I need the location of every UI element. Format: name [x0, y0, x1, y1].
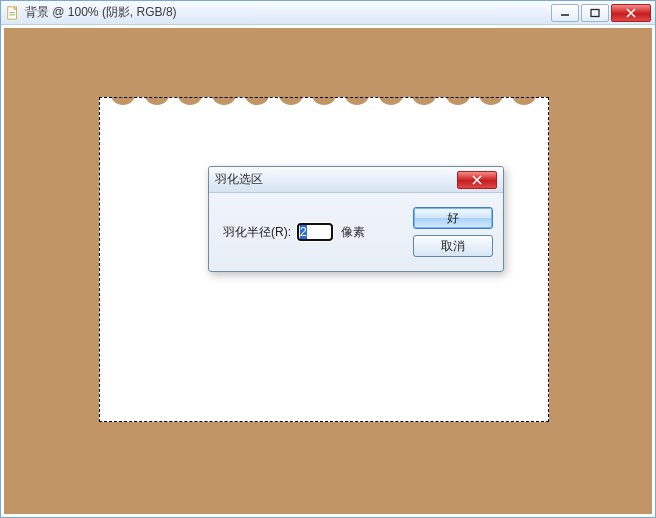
- close-button[interactable]: [611, 4, 651, 22]
- hole-icon: [177, 79, 203, 105]
- hole-icon: [445, 79, 471, 105]
- hole-icon: [144, 79, 170, 105]
- document-icon: [5, 5, 21, 21]
- svg-rect-4: [591, 9, 599, 16]
- hole-icon: [344, 79, 370, 105]
- dialog-close-button[interactable]: [457, 171, 497, 189]
- radius-label: 羽化半径(R):: [223, 224, 291, 241]
- hole-icon: [278, 79, 304, 105]
- maximize-button[interactable]: [581, 4, 609, 22]
- dialog-body: 羽化半径(R): 像素 好 取消: [209, 193, 503, 271]
- hole-icon: [211, 79, 237, 105]
- dialog-titlebar[interactable]: 羽化选区: [209, 167, 503, 193]
- pixel-label: 像素: [341, 224, 365, 241]
- hole-icon: [110, 79, 136, 105]
- app-window: 背景 @ 100% (阴影, RGB/8): [0, 0, 656, 518]
- svg-rect-1: [10, 12, 15, 13]
- hole-icon: [511, 79, 537, 105]
- hole-icon: [244, 79, 270, 105]
- hole-icon: [411, 79, 437, 105]
- hole-icon: [478, 79, 504, 105]
- radius-input[interactable]: [297, 223, 333, 241]
- cancel-button[interactable]: 取消: [413, 235, 493, 257]
- minimize-button[interactable]: [551, 4, 579, 22]
- window-title: 背景 @ 100% (阴影, RGB/8): [25, 4, 177, 21]
- hole-icon: [378, 79, 404, 105]
- ok-button[interactable]: 好: [413, 207, 493, 229]
- hole-icon: [311, 79, 337, 105]
- paper-holes: [99, 79, 549, 115]
- client-area: 羽化选区 羽化半径(R): 像素 好 取消: [2, 26, 654, 516]
- dialog-buttons: 好 取消: [413, 207, 493, 257]
- titlebar: 背景 @ 100% (阴影, RGB/8): [1, 1, 655, 25]
- dialog-title: 羽化选区: [215, 171, 263, 188]
- window-controls: [551, 4, 651, 22]
- feather-dialog: 羽化选区 羽化半径(R): 像素 好 取消: [208, 166, 504, 272]
- svg-rect-2: [10, 14, 15, 15]
